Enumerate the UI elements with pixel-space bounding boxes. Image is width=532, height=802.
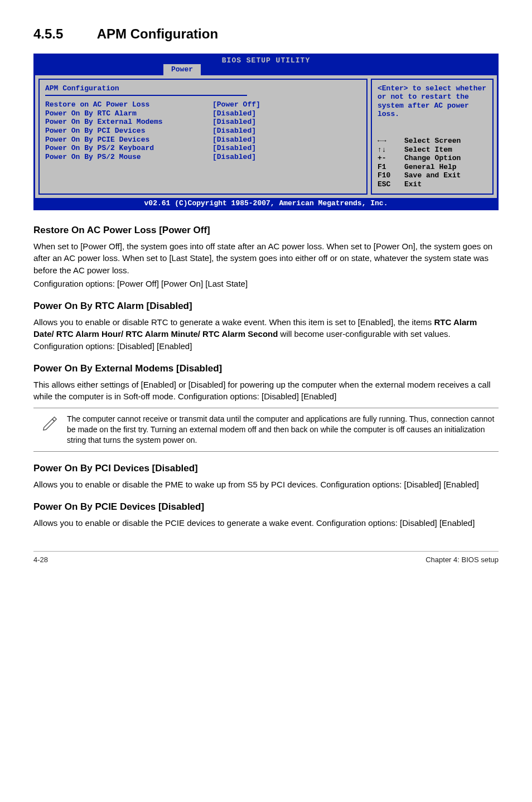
bios-item-value: [Disabled] xyxy=(212,136,256,144)
bios-tab-power[interactable]: Power xyxy=(163,64,201,75)
key-esc: ESC xyxy=(378,180,404,189)
paragraph: Allows you to enable or disable the PME … xyxy=(33,479,499,490)
section-heading: 4.5.5 APM Configuration xyxy=(33,25,499,44)
bios-footer: v02.61 (C)Copyright 1985-2007, American … xyxy=(35,198,497,209)
page-footer: 4-28 Chapter 4: BIOS setup xyxy=(33,551,499,565)
bios-help-text: <Enter> to select whether or not to rest… xyxy=(378,84,487,119)
bios-item-label: Power On By PCI Devices xyxy=(45,127,212,136)
pencil-icon xyxy=(33,414,67,432)
subheading-pcie-devices: Power On By PCIE Devices [Disabled] xyxy=(33,500,499,514)
key-desc: Exit xyxy=(404,180,422,189)
chapter-label: Chapter 4: BIOS setup xyxy=(425,555,499,565)
bios-item-rtc-alarm[interactable]: Power On By RTC Alarm [Disabled] xyxy=(45,109,361,118)
key-desc: Select Screen xyxy=(404,137,461,146)
paragraph: This allows either settings of [Enabled]… xyxy=(33,379,499,403)
bios-item-label: Power On By RTC Alarm xyxy=(45,109,212,118)
paragraph: Allows you to enable or disable RTC to g… xyxy=(33,316,499,352)
bios-item-value: [Power Off] xyxy=(212,100,260,109)
subheading-restore-ac: Restore On AC Power Loss [Power Off] xyxy=(33,224,499,237)
subheading-rtc-alarm: Power On By RTC Alarm [Disabled] xyxy=(33,299,499,313)
bios-titlebar: BIOS SETUP UTILITY Power xyxy=(35,55,497,75)
bios-item-value: [Disabled] xyxy=(212,153,256,162)
arrow-up-down-icon: ↑↓ xyxy=(378,146,404,154)
bios-item-pci-devices[interactable]: Power On By PCI Devices [Disabled] xyxy=(45,127,361,136)
bios-help-panel: <Enter> to select whether or not to rest… xyxy=(371,79,494,195)
note-box: The computer cannot receive or transmit … xyxy=(33,408,499,452)
bios-item-label: Power On By External Modems xyxy=(45,118,212,127)
text: Allows you to enable or disable RTC to g… xyxy=(33,317,434,327)
bios-item-ps2-mouse[interactable]: Power On By PS/2 Mouse [Disabled] xyxy=(45,153,361,162)
bios-item-value: [Disabled] xyxy=(212,127,256,136)
bios-item-value: [Disabled] xyxy=(212,118,256,127)
plus-minus-icon: +- xyxy=(378,154,404,163)
section-title: APM Configuration xyxy=(97,26,218,41)
bios-item-ext-modems[interactable]: Power On By External Modems [Disabled] xyxy=(45,118,361,127)
key-f1: F1 xyxy=(378,163,404,172)
bios-title: BIOS SETUP UTILITY xyxy=(35,56,497,65)
page-number: 4-28 xyxy=(33,555,48,565)
bios-item-label: Power On By PS/2 Mouse xyxy=(45,153,212,162)
section-number: 4.5.5 xyxy=(33,25,94,44)
bios-section-title: APM Configuration xyxy=(45,84,247,96)
paragraph: When set to [Power Off], the system goes… xyxy=(33,240,499,276)
bios-item-ps2-keyboard[interactable]: Power On By PS/2 Keyboard [Disabled] xyxy=(45,144,361,153)
subheading-ext-modems: Power On By External Modems [Disabled] xyxy=(33,362,499,375)
note-text: The computer cannot receive or transmit … xyxy=(67,414,499,446)
subheading-pci-devices: Power On By PCI Devices [Disabled] xyxy=(33,462,499,475)
key-desc: Select Item xyxy=(404,146,452,154)
key-f10: F10 xyxy=(378,171,404,180)
key-desc: Save and Exit xyxy=(404,171,461,180)
bios-window: BIOS SETUP UTILITY Power APM Configurati… xyxy=(33,54,499,211)
bios-item-pcie-devices[interactable]: Power On By PCIE Devices [Disabled] xyxy=(45,136,361,144)
arrow-left-right-icon: ←→ xyxy=(378,137,404,146)
bios-item-value: [Disabled] xyxy=(212,109,256,118)
key-desc: Change Option xyxy=(404,154,461,163)
key-desc: General Help xyxy=(404,163,457,172)
paragraph: Configuration options: [Power Off] [Powe… xyxy=(33,278,499,289)
bios-key-hints: ←→Select Screen ↑↓Select Item +-Change O… xyxy=(378,137,487,189)
bios-item-restore-ac[interactable]: Restore on AC Power Loss [Power Off] xyxy=(45,100,361,109)
paragraph: Allows you to enable or disable the PCIE… xyxy=(33,517,499,529)
bios-item-value: [Disabled] xyxy=(212,144,256,153)
bios-item-label: Restore on AC Power Loss xyxy=(45,100,212,109)
bios-item-label: Power On By PCIE Devices xyxy=(45,136,212,144)
bios-item-label: Power On By PS/2 Keyboard xyxy=(45,144,212,153)
bios-main-panel: APM Configuration Restore on AC Power Lo… xyxy=(38,79,367,195)
